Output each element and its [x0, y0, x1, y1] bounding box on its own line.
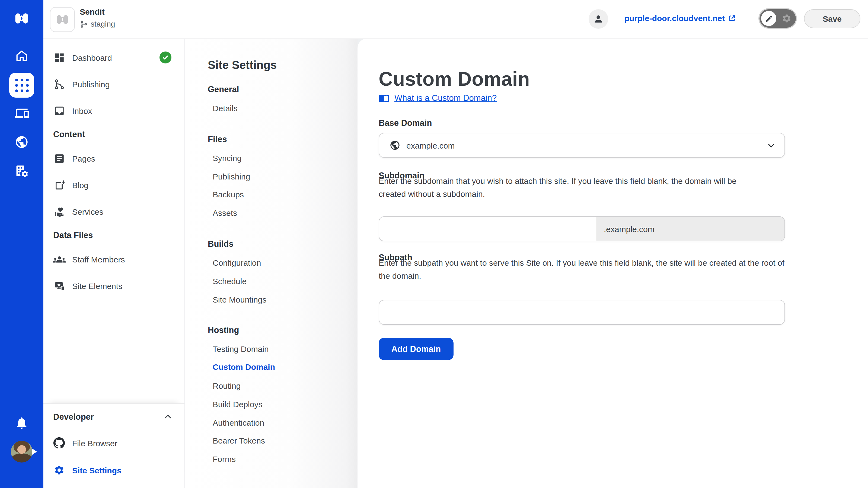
heart-hand-icon	[53, 205, 65, 218]
post-add-icon	[53, 179, 65, 191]
top-header: Sendit staging purple-door.cloudvent.net	[43, 0, 868, 39]
dashboard-icon	[53, 52, 65, 63]
main-sidebar: Dashboard Publishing Inbox Content Pages…	[43, 38, 185, 488]
what-is-custom-domain-link[interactable]: What is a Custom Domain?	[379, 93, 497, 104]
user-avatar[interactable]	[0, 441, 43, 462]
settings-item-publishing[interactable]: Publishing	[213, 170, 250, 182]
cloudcannon-logo[interactable]	[0, 10, 43, 27]
custom-domain-panel: Custom Domain What is a Custom Domain? B…	[358, 38, 868, 488]
avatar-photo	[11, 441, 33, 462]
subdomain-input-group: .example.com	[379, 216, 785, 241]
git-branch-icon	[53, 78, 65, 90]
subpath-input[interactable]	[379, 300, 785, 325]
buildings-gear-icon[interactable]	[0, 164, 43, 178]
main-content-backdrop: Custom Domain What is a Custom Domain? B…	[358, 38, 868, 488]
settings-item-site-mountings[interactable]: Site Mountings	[213, 293, 267, 305]
preview-url-text: purple-door.cloudvent.net	[624, 13, 725, 23]
globe-icon	[390, 140, 400, 151]
settings-item-syncing[interactable]: Syncing	[213, 152, 242, 164]
sidebar-heading-content: Content	[53, 129, 85, 140]
settings-item-bearer-tokens[interactable]: Bearer Tokens	[213, 434, 265, 446]
preview-url-link[interactable]: purple-door.cloudvent.net	[624, 13, 736, 23]
settings-item-assets[interactable]: Assets	[213, 206, 237, 219]
page-title: Custom Domain	[379, 68, 530, 91]
groups-icon	[53, 253, 65, 265]
app-rail	[0, 0, 43, 488]
git-branch-icon	[80, 20, 88, 28]
sidebar-item-staff-members[interactable]: Staff Members	[53, 251, 179, 267]
settings-item-configuration[interactable]: Configuration	[213, 257, 261, 268]
gear-icon	[53, 464, 65, 476]
settings-item-backups[interactable]: Backups	[213, 188, 244, 200]
settings-item-routing[interactable]: Routing	[213, 380, 241, 391]
sidebar-item-label: Pages	[72, 154, 95, 163]
site-name: Sendit	[80, 7, 105, 16]
settings-group-builds: Builds	[208, 238, 234, 250]
apps-grid-icon-active[interactable]	[0, 73, 43, 98]
base-domain-value: example.com	[406, 141, 455, 150]
app-window: Sendit staging purple-door.cloudvent.net	[0, 0, 868, 488]
subdomain-help-text: Enter the subdomain that you wish to att…	[379, 174, 765, 201]
settings-item-schedule[interactable]: Schedule	[213, 275, 247, 287]
sidebar-item-site-elements[interactable]: Site Elements	[53, 278, 179, 294]
settings-group-hosting: Hosting	[208, 324, 239, 336]
chevron-down-icon	[767, 141, 775, 150]
apps-grid-icon	[15, 78, 29, 92]
github-icon	[53, 437, 65, 449]
settings-item-testing-domain[interactable]: Testing Domain	[213, 343, 269, 355]
settings-item-build-deploys[interactable]: Build Deploys	[213, 398, 262, 410]
environment-label: staging	[91, 20, 115, 28]
sidebar-item-label: Dashboard	[72, 53, 112, 62]
gear-icon	[782, 13, 792, 23]
pencil-icon	[765, 14, 773, 23]
person-icon	[593, 13, 604, 24]
book-icon	[379, 93, 390, 104]
sidebar-item-publishing[interactable]: Publishing	[53, 76, 179, 92]
subdomain-input[interactable]	[379, 217, 596, 241]
sync-status-badge	[159, 52, 172, 63]
save-button[interactable]: Save	[804, 9, 860, 28]
inbox-icon	[53, 105, 65, 117]
bell-icon[interactable]	[0, 416, 43, 430]
sidebar-item-label: Site Settings	[72, 465, 122, 475]
settings-item-forms[interactable]: Forms	[213, 453, 236, 465]
external-link-icon	[728, 14, 736, 22]
edit-settings-mode-toggle[interactable]	[760, 9, 796, 28]
sidebar-item-pages[interactable]: Pages	[53, 150, 179, 166]
subpath-help-text: Enter the subpath you want to serve this…	[379, 257, 784, 283]
base-domain-select[interactable]: example.com	[379, 133, 785, 158]
sidebar-item-label: Site Elements	[72, 281, 122, 290]
chevron-up-icon[interactable]	[163, 412, 173, 421]
sidebar-item-label: Inbox	[72, 106, 92, 115]
sidebar-item-label: Staff Members	[72, 255, 125, 264]
active-tile	[9, 73, 34, 98]
check-icon	[162, 54, 169, 61]
settings-item-custom-domain[interactable]: Custom Domain	[213, 361, 275, 372]
settings-nav-title: Site Settings	[208, 59, 277, 72]
sidebar-developer-section: Developer File Browser Site Settings	[43, 403, 184, 488]
home-icon[interactable]	[0, 49, 43, 63]
globe-icon[interactable]	[0, 135, 43, 149]
sidebar-item-inbox[interactable]: Inbox	[53, 102, 179, 119]
toggle-knob	[761, 11, 776, 26]
devices-icon[interactable]	[0, 106, 43, 120]
add-domain-button[interactable]: Add Domain	[379, 338, 454, 360]
sidebar-item-file-browser[interactable]: File Browser	[53, 435, 179, 451]
sidebar-item-label: Blog	[72, 180, 88, 190]
settings-nav: Site Settings General Details Files Sync…	[185, 38, 358, 488]
settings-item-authentication[interactable]: Authentication	[213, 416, 264, 428]
subdomain-suffix: .example.com	[596, 217, 784, 241]
environment-indicator[interactable]: staging	[80, 20, 115, 28]
sidebar-expand-arrow-icon[interactable]	[32, 448, 37, 455]
screen-star-icon	[53, 280, 65, 292]
settings-item-details[interactable]: Details	[213, 102, 238, 114]
site-logo[interactable]	[50, 7, 75, 32]
sidebar-item-blog[interactable]: Blog	[53, 177, 179, 193]
sidebar-item-services[interactable]: Services	[53, 203, 179, 220]
sidebar-item-site-settings[interactable]: Site Settings	[53, 462, 179, 478]
article-icon	[53, 152, 65, 164]
settings-group-general: General	[208, 84, 239, 95]
settings-group-files: Files	[208, 133, 227, 145]
sidebar-item-label: Services	[72, 207, 103, 216]
account-button[interactable]	[589, 9, 608, 29]
